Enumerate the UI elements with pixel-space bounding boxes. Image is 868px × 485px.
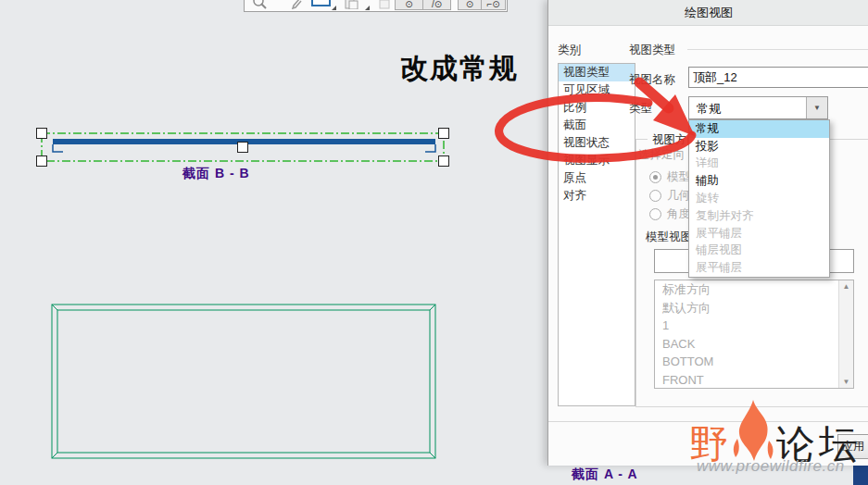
category-item-view-state[interactable]: 视图状态 [559, 134, 635, 152]
category-item-align[interactable]: 对齐 [559, 187, 635, 205]
dropdown-item-copy-align: 复制并对齐 [689, 207, 829, 225]
dropdown-item-projection[interactable]: 投影 [689, 138, 829, 155]
section-a-label: 截面 A - A [572, 466, 638, 483]
dropdown-corner-icon [365, 6, 370, 10]
dialog-title: 绘图视图 [685, 5, 733, 21]
category-item-view-type[interactable]: 视图类型 [559, 64, 635, 81]
dropdown-item-flat-ply-2: 展平铺层 [689, 259, 829, 277]
selected-view-outline[interactable] [42, 133, 444, 161]
dropdown-item-ply-view: 铺层视图 [689, 242, 829, 259]
radio-button-icon [649, 190, 661, 202]
list-item: 默认方向 [655, 299, 853, 317]
apply-button[interactable]: 应用 [837, 434, 868, 459]
pencil-icon[interactable] [291, 0, 302, 10]
dropdown-item-flat-ply: 展平铺层 [689, 225, 829, 242]
radio-label: 角度 [667, 206, 690, 222]
top-toolbar: ⊙ /⊙ ⊙ ⌐⊙ [244, 0, 508, 12]
radio-label: 模型 [667, 169, 690, 185]
radio-geometry: 几何 [649, 188, 690, 204]
eye-toggle-icon[interactable]: ⊙ [395, 0, 423, 10]
section-profile[interactable] [53, 139, 435, 144]
chevron-down-icon[interactable]: ▼ [806, 97, 827, 118]
view-name-input[interactable] [688, 67, 868, 88]
radio-button-icon [649, 208, 661, 220]
dialog-titlebar[interactable]: 绘图视图 [548, 0, 868, 26]
radio-label: 几何 [667, 188, 690, 204]
drawing-view-dialog: 绘图视图 类别 视图类型 可见区域 比例 截面 视图状态 视图显示 原点 对齐 … [547, 0, 868, 466]
scroll-down-icon[interactable]: ▼ [839, 378, 853, 386]
selection-handles[interactable] [37, 129, 449, 167]
model-view-label: 模型视图 [646, 230, 692, 245]
list-item: FRONT [655, 371, 853, 390]
paste-icon[interactable] [379, 0, 390, 10]
type-combobox[interactable]: 常规 ▼ [688, 96, 828, 119]
section-b-label: 截面 B - B [182, 166, 250, 182]
dropdown-item-general[interactable]: 常规 [689, 120, 829, 138]
bottom-right-geometry [853, 463, 868, 485]
dialog-footer-divider [548, 421, 868, 422]
dropdown-corner-icon [332, 6, 336, 10]
radio-button-icon [649, 171, 661, 183]
radio-angle: 角度 [649, 206, 690, 222]
eye-toggle-icon[interactable]: ⌐⊙ [481, 0, 506, 10]
view-type-group-label: 视图类型 [629, 43, 675, 58]
category-item-visible-area[interactable]: 可见区域 [559, 81, 635, 99]
orientation-method-label: 选择定向 [638, 147, 685, 163]
eye-toggle-icon[interactable]: ⊙ [458, 0, 482, 10]
front-view-geometry[interactable] [52, 305, 435, 458]
category-item-scale[interactable]: 比例 [559, 99, 635, 117]
list-item: BACK [655, 335, 853, 354]
table-icon[interactable] [311, 0, 331, 7]
type-combobox-value: 常规 [697, 101, 721, 118]
eye-toggle-icon[interactable]: /⊙ [422, 0, 451, 10]
list-scrollbar[interactable]: ▲ ▼ [838, 280, 853, 388]
category-item-view-display[interactable]: 视图显示 [559, 152, 635, 169]
group-divider [687, 49, 868, 50]
category-list: 视图类型 可见区域 比例 截面 视图状态 视图显示 原点 对齐 [558, 63, 635, 406]
list-item: BOTTOM [655, 353, 853, 371]
view-name-label: 视图名称 [629, 72, 675, 88]
category-item-origin[interactable]: 原点 [559, 169, 635, 187]
list-item: 1 [655, 317, 853, 335]
copy-icon[interactable] [345, 0, 359, 10]
dropdown-item-auxiliary[interactable]: 辅助 [689, 172, 829, 190]
type-label: 类型 [629, 101, 652, 117]
app-canvas: ⊙ /⊙ ⊙ ⌐⊙ 改成常规 截面 B - B 截面 A - A 绘图视图 类别… [0, 0, 868, 485]
scroll-up-icon[interactable]: ▲ [839, 282, 853, 291]
radio-model-view: 模型 [649, 169, 690, 185]
type-dropdown-popup: 常规 投影 详细 辅助 旋转 复制并对齐 展平铺层 铺层视图 展平铺层 [688, 119, 830, 278]
category-label: 类别 [558, 43, 581, 58]
category-item-section[interactable]: 截面 [559, 117, 635, 134]
magnifier-icon[interactable] [252, 0, 267, 10]
apply-button-label: 应用 [842, 439, 864, 454]
section-profile-hooks [53, 144, 435, 152]
model-view-list: 标准方向 默认方向 1 BACK BOTTOM FRONT ▲ ▼ [654, 280, 854, 389]
handwritten-note: 改成常规 [400, 50, 519, 88]
dropdown-item-detail: 详细 [689, 155, 829, 173]
dropdown-item-rotate: 旋转 [689, 190, 829, 207]
list-item: 标准方向 [655, 280, 853, 299]
